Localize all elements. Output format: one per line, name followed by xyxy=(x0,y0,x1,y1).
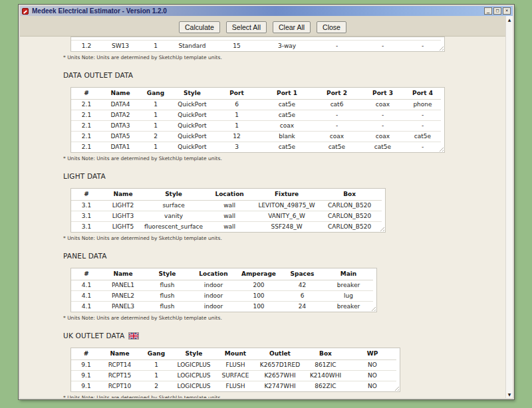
table-cell: - xyxy=(404,110,441,120)
table-cell: 9.1 xyxy=(71,359,101,370)
column-header: Amperage xyxy=(237,268,281,280)
table-cell: 100 xyxy=(237,290,281,301)
maximize-button[interactable]: □ xyxy=(493,7,501,15)
table-cell: PANEL2 xyxy=(102,290,144,301)
table-cell: 15 xyxy=(212,41,261,51)
table-cell: QuickPort xyxy=(172,131,212,142)
table-row: 2.1DATA52QuickPort12blankcoaxcoaxcat5e xyxy=(71,131,441,142)
table-cell: 9.1 xyxy=(71,370,101,381)
clear-all-button[interactable]: Clear All xyxy=(273,21,311,33)
table-header-row: #NameStyleLocationFixtureBox xyxy=(71,189,382,200)
table-cell: 1 xyxy=(139,99,172,110)
column-header: Name xyxy=(102,189,144,200)
table-cell: VANITY_6_W xyxy=(256,211,317,221)
vertical-scrollbar[interactable]: ▲ ▼ xyxy=(505,16,513,398)
table-cell: 1 xyxy=(139,110,172,120)
table-cell: 200 xyxy=(237,280,281,290)
table-cell: 2.1 xyxy=(71,131,102,142)
table-cell: QuickPort xyxy=(172,142,212,152)
table-cell: K2140WHI xyxy=(303,370,348,381)
table-cell: LOGICPLUS xyxy=(174,359,213,370)
table-cell: fluorescent_surface xyxy=(144,221,203,232)
table-box: #NameGangStyleMountOutletBoxWP9.1RCPT141… xyxy=(70,348,400,392)
table-cell: breaker xyxy=(324,280,373,290)
table-row: 4.1PANEL1flushindoor20042breaker xyxy=(71,280,373,290)
table-cell: 1 xyxy=(139,120,172,131)
table-cell: coax xyxy=(361,99,404,110)
column-header: Location xyxy=(203,189,256,200)
table-cell: coax xyxy=(261,120,313,131)
table-cell: cat5e xyxy=(404,131,441,142)
table-cell: cat5e xyxy=(261,142,313,152)
table-box: #NameStyleLocationFixtureBox3.1LIGHT2sur… xyxy=(70,188,386,233)
table-cell: Standard xyxy=(172,41,212,51)
close-button[interactable]: Close xyxy=(317,21,346,33)
column-header: # xyxy=(71,88,102,99)
section-heading: PANEL DATA xyxy=(63,252,505,260)
table-cell: 4.1 xyxy=(71,301,102,312)
table-cell: 1 xyxy=(138,370,174,381)
column-header: Port 4 xyxy=(404,88,441,99)
table-cell: 6 xyxy=(212,99,261,110)
table-cell: 1.2 xyxy=(71,41,102,51)
table-cell: - xyxy=(313,110,361,120)
table-row: 2.1DATA21QuickPort1cat5e--- xyxy=(71,110,441,120)
column-header: Location xyxy=(190,268,237,280)
titlebar[interactable]: Medeek Electrical Estimator - Version 1.… xyxy=(20,6,513,16)
table-cell: - xyxy=(313,120,361,131)
table-cell: LOGICPLUS xyxy=(174,370,213,381)
data-outlet-table: #NameGangStylePortPort 1Port 2Port 3Port… xyxy=(71,88,441,152)
table-cell: 24 xyxy=(281,301,324,312)
section-title: DATA OUTLET DATA xyxy=(63,71,133,79)
table-cell: DATA5 xyxy=(102,131,139,142)
select-all-button[interactable]: Select All xyxy=(226,21,267,33)
content-scroll-area[interactable]: 1.2SW131Standard153-way--- * Units Note:… xyxy=(20,37,505,398)
table-row: 9.1RCPT141LOGICPLUSFLUSHK2657D1RED861ZIC… xyxy=(71,359,396,370)
table-cell: PANEL3 xyxy=(102,301,144,312)
table-cell: 2 xyxy=(138,381,174,391)
table-cell: wall xyxy=(203,200,256,211)
scroll-up-arrow[interactable]: ▲ xyxy=(506,16,513,23)
table-row: 9.1RCPT102LOGICPLUSFLUSHK2747WHI862ZICNO xyxy=(71,381,396,391)
section-switch-data: 1.2SW131Standard153-way--- * Units Note:… xyxy=(63,37,505,60)
section-heading: UK OUTLET DATA xyxy=(63,332,505,340)
table-cell: 1 xyxy=(139,41,172,51)
table-cell: LIGHT3 xyxy=(102,211,144,221)
column-header: Port 1 xyxy=(261,88,313,99)
table-box: 1.2SW131Standard153-way--- xyxy=(70,37,445,52)
units-note: * Units Note: Units are determined by Sk… xyxy=(63,315,505,321)
table-row: 1.2SW131Standard153-way--- xyxy=(71,41,441,51)
minimize-button[interactable]: _ xyxy=(484,7,492,15)
table-cell: cat5e xyxy=(361,142,404,152)
table-cell: 100 xyxy=(237,301,281,312)
light-data-table: #NameStyleLocationFixtureBox3.1LIGHT2sur… xyxy=(71,189,382,232)
column-header: Style xyxy=(144,268,190,280)
column-header: # xyxy=(71,268,102,280)
table-cell: K2657D1RED xyxy=(257,359,303,370)
table-cell: - xyxy=(404,41,441,51)
table-cell: 2.1 xyxy=(71,142,102,152)
units-note: * Units Note: Units are determined by Sk… xyxy=(63,235,505,241)
table-cell: indoor xyxy=(190,290,237,301)
table-cell: NO xyxy=(348,381,396,391)
column-header: Name xyxy=(102,268,144,280)
table-cell: NO xyxy=(348,359,396,370)
close-window-button[interactable]: ✕ xyxy=(503,7,511,15)
units-note: * Units Note: Units are determined by Sk… xyxy=(63,54,505,60)
table-row: 3.1LIGHT3vanitywallVANITY_6_WCARLON_B520 xyxy=(71,211,382,221)
table-cell: CARLON_B520 xyxy=(317,200,382,211)
table-cell: 3 xyxy=(212,142,261,152)
calculate-button[interactable]: Calculate xyxy=(179,21,220,33)
table-cell: 862ZIC xyxy=(303,381,348,391)
table-header-row: #NameGangStylePortPort 1Port 2Port 3Port… xyxy=(71,88,441,99)
scroll-down-arrow[interactable]: ▼ xyxy=(506,391,513,398)
app-icon xyxy=(22,8,29,15)
column-header: Port 3 xyxy=(361,88,404,99)
column-header: Spaces xyxy=(281,268,324,280)
section-title: PANEL DATA xyxy=(63,252,107,260)
table-cell: coax xyxy=(361,131,404,142)
column-header: # xyxy=(71,189,102,200)
table-row: 2.1DATA11QuickPort3cat5ecat5ecat5e- xyxy=(71,142,441,152)
table-cell: wall xyxy=(203,221,256,232)
column-header: Fixture xyxy=(256,189,317,200)
